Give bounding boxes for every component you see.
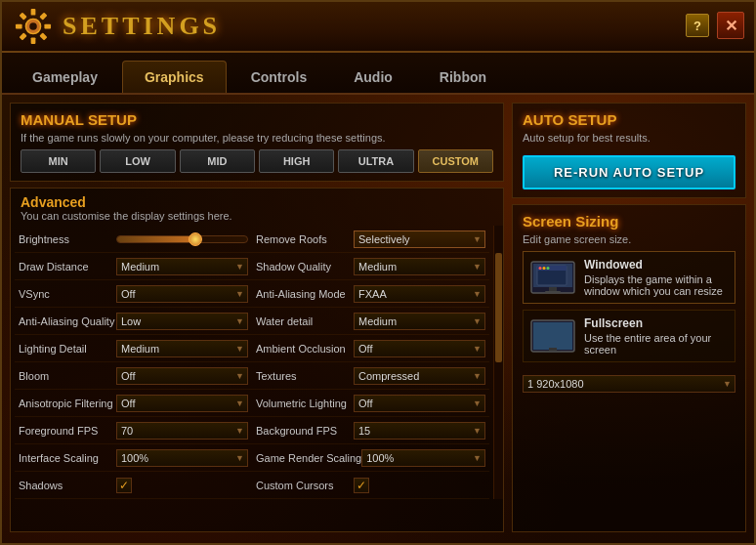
fullscreen-option[interactable]: Fullscreen Use the entire area of your s… <box>523 310 735 362</box>
screen-sizing-section: Screen Sizing Edit game screen size. <box>512 204 746 532</box>
aa-quality-select[interactable]: LowOffMediumHigh <box>116 313 248 330</box>
manual-setup-section: MANUAL SETUP If the game runs slowly on … <box>10 103 504 182</box>
auto-setup-title: AUTO SETUP <box>523 111 735 128</box>
setting-interface-scaling: Interface Scaling 100%75%125% <box>15 444 252 472</box>
svg-rect-9 <box>20 13 27 21</box>
setting-textures: Textures CompressedNormalHigh <box>252 362 489 390</box>
svg-rect-22 <box>545 351 561 353</box>
tab-ribbon[interactable]: Ribbon <box>417 61 509 93</box>
screen-sizing-title: Screen Sizing <box>523 213 735 230</box>
svg-rect-6 <box>31 37 36 44</box>
volumetric-lighting-label: Volumetric Lighting <box>256 398 354 409</box>
tab-controls[interactable]: Controls <box>229 61 330 93</box>
draw-distance-control: MediumLowHigh <box>116 257 248 275</box>
vsync-select[interactable]: OffOn <box>116 285 248 303</box>
brightness-slider[interactable] <box>116 235 248 243</box>
setting-ambient-occlusion: Ambient Occlusion OffOn <box>252 335 489 362</box>
settings-grid: Brightness Remove Roofs <box>11 226 493 499</box>
bloom-select[interactable]: OffOn <box>116 367 248 385</box>
ambient-occlusion-label: Ambient Occlusion <box>256 343 354 355</box>
rerun-auto-setup-button[interactable]: RE-RUN AUTO SETUP <box>523 155 735 189</box>
draw-distance-select[interactable]: MediumLowHigh <box>116 258 248 275</box>
window-title: SETTINGS <box>63 12 221 41</box>
windowed-text: Windowed Displays the game within a wind… <box>584 258 729 297</box>
windowed-option[interactable]: Windowed Displays the game within a wind… <box>523 251 735 304</box>
shadow-quality-select[interactable]: MediumLowHigh <box>354 258 485 275</box>
ambient-occlusion-select[interactable]: OffOn <box>354 340 485 357</box>
anisotropic-select[interactable]: OffLowMediumHigh <box>116 395 248 412</box>
windowed-desc: Displays the game within a window which … <box>584 273 729 297</box>
setting-lighting-detail: Lighting Detail MediumLowHigh <box>15 335 252 362</box>
svg-rect-5 <box>39 32 47 40</box>
draw-distance-label: Draw Distance <box>19 261 116 272</box>
fullscreen-text: Fullscreen Use the entire area of your s… <box>584 316 729 356</box>
svg-rect-20 <box>533 322 572 350</box>
render-scaling-select[interactable]: 100%75%125% <box>361 449 485 467</box>
shadows-checkbox[interactable] <box>116 478 132 493</box>
auto-setup-desc: Auto setup for best results. <box>523 132 735 144</box>
svg-rect-17 <box>549 287 557 291</box>
resolution-row: 1 920x1080 1280x720 1600x900 2560x1440 <box>523 374 735 393</box>
manual-setup-title: MANUAL SETUP <box>21 111 493 128</box>
main-content: MANUAL SETUP If the game runs slowly on … <box>2 95 754 540</box>
right-panel: AUTO SETUP Auto setup for best results. … <box>512 103 746 532</box>
volumetric-lighting-select[interactable]: OffLowMediumHigh <box>354 395 485 412</box>
remove-roofs-select[interactable]: SelectivelyOffAlways <box>354 231 485 248</box>
tab-graphics[interactable]: Graphics <box>122 61 227 93</box>
resolution-select[interactable]: 1 920x1080 1280x720 1600x900 2560x1440 <box>523 375 735 393</box>
settings-scrollbar[interactable] <box>493 226 503 499</box>
close-button[interactable]: ✕ <box>717 12 744 39</box>
interface-scaling-label: Interface Scaling <box>19 452 116 464</box>
custom-cursors-checkbox[interactable] <box>354 478 369 493</box>
advanced-header: Advanced You can customise the display s… <box>11 189 503 226</box>
preset-buttons: MIN LOW MID HIGH ULTRA CUSTOM <box>21 149 493 173</box>
svg-point-1 <box>29 22 37 30</box>
svg-rect-21 <box>549 348 557 351</box>
bg-fps-select[interactable]: 153060 <box>354 422 485 440</box>
settings-window: SETTINGS ? ✕ Gameplay Graphics Controls … <box>0 0 756 545</box>
interface-scaling-select[interactable]: 100%75%125% <box>116 449 248 467</box>
fullscreen-icon <box>529 318 576 354</box>
svg-point-14 <box>539 267 542 270</box>
preset-high[interactable]: HIGH <box>259 149 334 173</box>
tab-bar: Gameplay Graphics Controls Audio Ribbon <box>2 53 754 95</box>
textures-label: Textures <box>256 370 354 382</box>
shadows-label: Shadows <box>19 480 116 491</box>
title-bar: SETTINGS ? ✕ <box>2 2 754 53</box>
advanced-title: Advanced <box>21 194 493 210</box>
water-detail-select[interactable]: MediumLowHigh <box>354 313 485 330</box>
svg-rect-4 <box>44 24 51 29</box>
svg-rect-7 <box>20 32 27 40</box>
tab-gameplay[interactable]: Gameplay <box>10 61 120 93</box>
vsync-label: VSync <box>19 288 116 300</box>
preset-min[interactable]: MIN <box>21 149 96 173</box>
preset-custom[interactable]: CUSTOM <box>418 149 493 173</box>
preset-mid[interactable]: MID <box>180 149 255 173</box>
lighting-detail-label: Lighting Detail <box>19 343 116 355</box>
preset-ultra[interactable]: ULTRA <box>338 149 413 173</box>
tab-audio[interactable]: Audio <box>331 61 415 93</box>
info-button[interactable]: ? <box>686 14 709 37</box>
auto-setup-section: AUTO SETUP Auto setup for best results. … <box>512 103 746 198</box>
preset-low[interactable]: LOW <box>100 149 175 173</box>
bg-fps-label: Background FPS <box>256 425 354 437</box>
fg-fps-select[interactable]: 703060120 <box>116 422 248 440</box>
setting-volumetric-lighting: Volumetric Lighting OffLowMediumHigh <box>252 390 489 417</box>
remove-roofs-label: Remove Roofs <box>256 233 354 245</box>
lighting-detail-select[interactable]: MediumLowHigh <box>116 340 248 357</box>
aa-mode-select[interactable]: FXAAOffMSAA <box>354 285 485 303</box>
setting-render-scaling: Game Render Scaling 100%75%125% <box>252 444 489 472</box>
render-scaling-label: Game Render Scaling <box>256 452 361 464</box>
svg-point-16 <box>547 267 550 270</box>
left-panel: MANUAL SETUP If the game runs slowly on … <box>10 103 504 532</box>
manual-setup-desc: If the game runs slowly on your computer… <box>21 132 493 144</box>
screen-options: Windowed Displays the game within a wind… <box>523 251 735 393</box>
setting-shadow-quality: Shadow Quality MediumLowHigh <box>252 253 489 280</box>
textures-select[interactable]: CompressedNormalHigh <box>354 367 485 385</box>
svg-rect-2 <box>31 9 36 16</box>
setting-bg-fps: Background FPS 153060 <box>252 417 489 444</box>
fullscreen-desc: Use the entire area of your screen <box>584 332 729 356</box>
setting-vsync: VSync OffOn <box>15 280 252 308</box>
shadow-quality-label: Shadow Quality <box>256 261 354 272</box>
remove-roofs-wrapper: SelectivelyOffAlways <box>354 230 485 248</box>
